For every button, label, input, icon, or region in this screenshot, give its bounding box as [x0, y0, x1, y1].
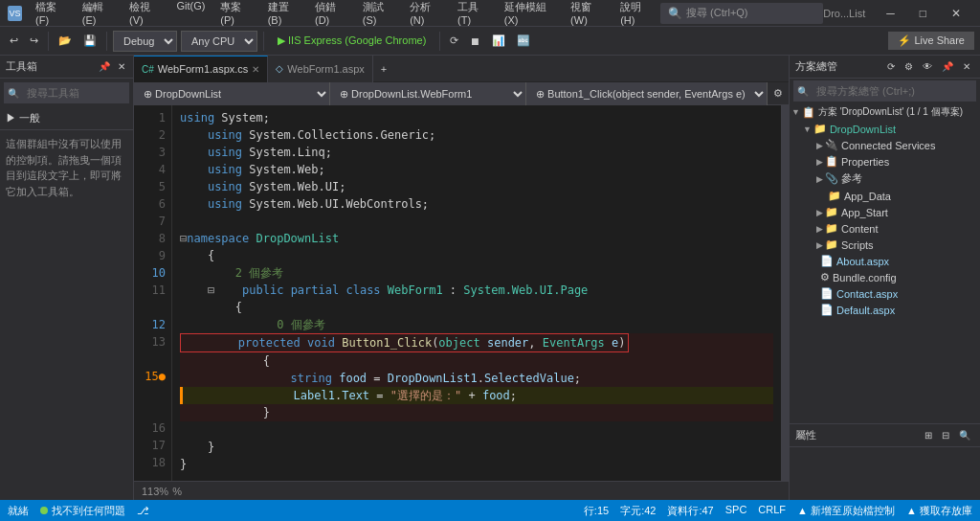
- connected-services-expand[interactable]: ▶: [816, 141, 823, 150]
- code-editor[interactable]: using System; using System.Collections.G…: [172, 105, 781, 481]
- sol-search-icon: 🔍: [793, 86, 813, 97]
- solution-root[interactable]: ▼ 📋 方案 'DropDownList' (1 / 1 個專案): [790, 103, 980, 121]
- code-container[interactable]: 1 2 3 4 5 6 7 8 9 10 11 12 13 15● 16 17: [134, 105, 789, 481]
- tree-item-contact-aspx[interactable]: 📄 Contact.aspx: [790, 285, 980, 302]
- menu-git[interactable]: Git(G): [168, 0, 212, 30]
- sol-refresh-button[interactable]: ⚙: [901, 59, 917, 74]
- vertical-scrollbar[interactable]: [781, 105, 789, 481]
- status-git[interactable]: ⎇: [137, 505, 149, 517]
- get-repo[interactable]: ▲ 獲取存放庫: [906, 504, 972, 518]
- tab-webform1-aspx[interactable]: ◇ WebForm1.aspx: [268, 56, 373, 82]
- menu-build[interactable]: 建置(B): [260, 0, 307, 30]
- toolbox-pin-button[interactable]: 📌: [97, 61, 112, 72]
- references-expand[interactable]: ▶: [816, 174, 823, 184]
- properties-search-button[interactable]: 🔍: [955, 428, 974, 442]
- tree-item-app-data[interactable]: 📁 App_Data: [790, 188, 980, 204]
- close-button[interactable]: ✕: [940, 3, 972, 24]
- solution-search-box[interactable]: 🔍: [793, 80, 976, 102]
- tab-webform1-cs[interactable]: C# WebForm1.aspx.cs ✕: [134, 56, 268, 82]
- app-start-icon: 📁: [825, 206, 838, 218]
- menu-analyze[interactable]: 分析(N): [402, 0, 450, 30]
- menu-extensions[interactable]: 延伸模組(X): [497, 0, 563, 30]
- properties-expand[interactable]: ▶: [816, 157, 823, 167]
- tree-item-properties[interactable]: ▶ 📋 Properties: [790, 153, 980, 170]
- sol-close-button[interactable]: ✕: [959, 59, 974, 74]
- tree-item-app-start[interactable]: ▶ 📁 App_Start: [790, 204, 980, 220]
- tree-item-content[interactable]: ▶ 📁 Content: [790, 220, 980, 237]
- tree-item-bundle-config[interactable]: ⚙ Bundle.config: [790, 269, 980, 285]
- cpu-dropdown[interactable]: Any CPU: [181, 31, 257, 52]
- toolbar-separator-2: [106, 32, 107, 51]
- redo-button[interactable]: ↪: [26, 33, 42, 49]
- app-start-expand[interactable]: ▶: [816, 208, 823, 217]
- toolbox-search-input[interactable]: [23, 87, 129, 99]
- toolbar-misc-4[interactable]: 🔤: [513, 33, 534, 49]
- tab-webform1-cs-label: WebForm1.aspx.cs: [158, 63, 249, 75]
- open-button[interactable]: 📂: [55, 33, 76, 49]
- minimize-button[interactable]: ─: [875, 3, 906, 24]
- menu-help[interactable]: 說明(H): [612, 0, 660, 30]
- references-label: 參考: [841, 171, 862, 186]
- tree-item-default-aspx[interactable]: 📄 Default.aspx: [790, 302, 980, 318]
- tree-item-connected-services[interactable]: ▶ 🔌 Connected Services: [790, 137, 980, 153]
- zoom-level[interactable]: 113%: [142, 486, 168, 497]
- menu-test[interactable]: 測試(S): [355, 0, 402, 30]
- sol-preview-button[interactable]: 👁: [919, 59, 936, 74]
- toolbar-misc-3[interactable]: 📊: [488, 33, 509, 49]
- run-button[interactable]: ▶ IIS Express (Google Chrome): [270, 33, 434, 49]
- toolbox-section-general[interactable]: ▶ 一般: [0, 107, 133, 130]
- project-expand-icon[interactable]: ▼: [803, 125, 812, 134]
- references-icon: 📎: [825, 172, 838, 185]
- namespace-dropdown[interactable]: ⊕ DropDownList.WebForm1: [330, 82, 526, 105]
- menu-project[interactable]: 專案(P): [212, 0, 259, 30]
- status-bar: 就緒 找不到任何問題 ⎇ 行:15 字元:42 資料行:47 SPC CRLF …: [0, 500, 980, 521]
- debug-dropdown[interactable]: Debug: [113, 31, 177, 52]
- live-share-button[interactable]: ⚡ Live Share: [888, 32, 974, 50]
- menu-tools[interactable]: 工具(T): [450, 0, 497, 30]
- status-no-issues: 找不到任何問題: [52, 504, 125, 518]
- settings-button[interactable]: ⚙: [768, 87, 789, 100]
- menu-window[interactable]: 視窗(W): [563, 0, 612, 30]
- spacing-mode[interactable]: SPC: [725, 504, 747, 518]
- properties-header: 屬性 ⊞ ⊟ 🔍: [790, 424, 980, 447]
- save-button[interactable]: 💾: [79, 33, 100, 49]
- class-dropdown[interactable]: ⊕ DropDownList: [134, 82, 330, 105]
- solution-expand-icon[interactable]: ▼: [791, 107, 800, 117]
- toolbox-close-button[interactable]: ✕: [116, 61, 127, 72]
- new-tab-button[interactable]: +: [377, 61, 390, 77]
- undo-button[interactable]: ↩: [6, 33, 22, 49]
- method-dropdown[interactable]: ⊕ Button1_Click(object sender, EventArgs…: [526, 82, 768, 105]
- tab-bar: C# WebForm1.aspx.cs ✕ ◇ WebForm1.aspx +: [134, 56, 789, 82]
- properties-sort-button[interactable]: ⊞: [921, 428, 936, 442]
- properties-controls: ⊞ ⊟ 🔍: [921, 428, 974, 442]
- titlebar-search[interactable]: 🔍 搜尋 (Ctrl+Q): [660, 3, 823, 24]
- toolbar-separator-1: [48, 32, 49, 51]
- toolbox-section-label: ▶ 一般: [6, 112, 40, 124]
- sol-sync-button[interactable]: ⟳: [883, 59, 899, 74]
- status-issues[interactable]: 找不到任何問題: [40, 504, 125, 518]
- code-line-12: 0 個參考: [180, 316, 773, 333]
- content-expand[interactable]: ▶: [816, 224, 823, 234]
- add-to-source-control[interactable]: ▲ 新增至原始檔控制: [797, 504, 895, 518]
- menu-bar[interactable]: 檔案(F) 編輯(E) 檢視(V) Git(G) 專案(P) 建置(B) 偵錯(…: [28, 0, 660, 30]
- tree-item-about-aspx[interactable]: 📄 About.aspx: [790, 253, 980, 269]
- scripts-expand[interactable]: ▶: [816, 240, 823, 250]
- sol-search-input[interactable]: [813, 85, 976, 97]
- toolbar-misc-1[interactable]: ⟳: [446, 33, 462, 49]
- toolbar-misc-2[interactable]: ⏹: [466, 34, 484, 49]
- toolbox-search-box[interactable]: 🔍: [4, 82, 129, 103]
- menu-debug[interactable]: 偵錯(D): [307, 0, 355, 30]
- maximize-button[interactable]: □: [908, 3, 938, 24]
- code-line-17: }: [180, 404, 773, 421]
- tab-webform1-cs-close[interactable]: ✕: [252, 64, 259, 75]
- project-root[interactable]: ▼ 📁 DropDownList: [790, 121, 980, 137]
- menu-view[interactable]: 檢視(V): [122, 0, 168, 30]
- properties-filter-button[interactable]: ⊟: [938, 428, 953, 442]
- menu-file[interactable]: 檔案(F): [28, 0, 75, 30]
- sol-pin-button[interactable]: 📌: [938, 59, 957, 74]
- menu-edit[interactable]: 編輯(E): [75, 0, 122, 30]
- tree-item-references[interactable]: ▶ 📎 參考: [790, 170, 980, 188]
- code-line-8: ⊟namespace DropDownList: [180, 230, 773, 247]
- line-ending[interactable]: CRLF: [758, 504, 786, 518]
- tree-item-scripts[interactable]: ▶ 📁 Scripts: [790, 237, 980, 253]
